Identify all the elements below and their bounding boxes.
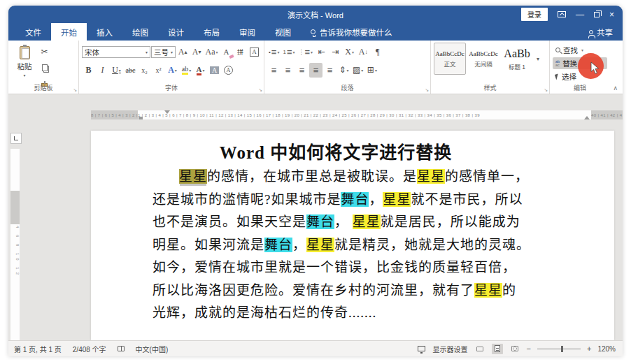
tab-开始[interactable]: 开始 xyxy=(51,23,87,41)
italic-button[interactable]: I xyxy=(96,63,109,78)
font-size-combo[interactable]: 三号 ▾ xyxy=(151,46,176,58)
proofing-icon[interactable] xyxy=(118,346,125,351)
strikethrough-button[interactable]: abc xyxy=(124,63,137,78)
show-formatting-marks-button[interactable]: ¶ xyxy=(371,45,384,59)
dialog-launcher-icon[interactable]: ↘ xyxy=(544,87,548,93)
cursor-arrow-icon xyxy=(555,73,560,80)
vertical-ruler[interactable]: 2 4 6 8 10 12 xyxy=(10,149,20,340)
zoom-out-button[interactable]: − xyxy=(527,344,531,353)
style-heading1[interactable]: AaBb 标题 1 xyxy=(501,43,533,75)
character-shading-button[interactable]: A xyxy=(208,63,221,78)
dialog-launcher-icon[interactable]: ↘ xyxy=(425,87,429,93)
asian-layout-button[interactable]: X▾ xyxy=(343,45,356,59)
clear-formatting-button[interactable]: A xyxy=(220,45,233,59)
highlight-cyan: 舞台 xyxy=(264,238,292,252)
decrease-indent-button[interactable]: ⇤ xyxy=(315,45,328,59)
right-indent-marker[interactable] xyxy=(584,116,590,119)
first-line-indent-marker[interactable] xyxy=(164,110,170,114)
tab-设计[interactable]: 设计 xyxy=(158,23,194,41)
collapse-ribbon-icon[interactable]: ∧ xyxy=(613,85,618,92)
dialog-launcher-icon[interactable]: ↘ xyxy=(73,87,77,93)
document-line: 还是城市的滥情呢?如果城市是舞台，星星就不是市民，所以 xyxy=(153,189,519,212)
document-page[interactable]: Word 中如何将文字进行替换 星星的感情，在城市里总是被耽误。是星星的感情单一… xyxy=(91,131,614,340)
superscript-button[interactable]: x² xyxy=(152,63,165,78)
font-group-label: 字体 xyxy=(79,83,264,92)
styles-group-label: 样式 xyxy=(431,83,549,92)
close-button[interactable]: × xyxy=(609,10,614,19)
tab-布局[interactable]: 布局 xyxy=(194,23,229,41)
zoom-level[interactable]: 120% xyxy=(597,345,616,353)
display-settings-button[interactable]: 显示器设置 xyxy=(433,344,468,354)
chevron-down-icon: ▾ xyxy=(23,73,25,78)
change-case-button[interactable]: Aa▾ xyxy=(204,45,219,59)
enclose-characters-button[interactable]: A xyxy=(222,63,235,78)
bullets-button[interactable]: •≡▾ xyxy=(267,45,281,59)
chevron-down-icon: ▾ xyxy=(171,50,173,54)
sign-in-button[interactable]: 登录 xyxy=(521,8,548,21)
phonetic-guide-button[interactable]: 拼 xyxy=(234,45,247,59)
increase-indent-button[interactable]: ⇥ xyxy=(329,45,342,59)
find-button[interactable]: 查找 ▾ xyxy=(553,44,607,56)
tab-审阅[interactable]: 审阅 xyxy=(229,23,265,41)
tab-视图[interactable]: 视图 xyxy=(265,23,301,41)
ribbon-group-styles: AaBbCcDc 正文 AaBbCcDc 无间隔 AaBb 标题 1 ▾ 样式 … xyxy=(431,41,550,94)
style-no-spacing[interactable]: AaBbCcDc 无间隔 xyxy=(467,43,499,75)
underline-button[interactable]: U▾ xyxy=(110,63,123,78)
document-area: 8 | 7 | 6 | 5 | 4 | 3 | 2 | 1 | 1 | 2 | … xyxy=(8,94,623,340)
shrink-font-button[interactable]: A▾ xyxy=(190,45,204,59)
restore-button[interactable] xyxy=(594,12,600,17)
horizontal-ruler[interactable]: 8 | 7 | 6 | 5 | 4 | 3 | 2 | 1 | 1 | 2 | … xyxy=(91,110,623,119)
bold-button[interactable]: B xyxy=(82,63,95,78)
ribbon-display-options-icon[interactable] xyxy=(558,11,566,17)
ribbon-group-paragraph: •≡▾ 1≡▾ ⋮≡▾ ⇤ ⇥ X▾ A↓ ¶ ≡ ≡ ≡ ≡ ≡ ⇕▾ ▨▾ … xyxy=(264,41,431,94)
zoom-slider-thumb[interactable] xyxy=(561,346,563,352)
highlight-color-button[interactable]: ab▾ xyxy=(180,63,193,78)
tab-文件[interactable]: 文件 xyxy=(15,23,51,41)
zoom-slider[interactable] xyxy=(537,349,581,349)
font-color-button[interactable]: A▾ xyxy=(194,63,207,78)
copy-button[interactable] xyxy=(38,60,51,75)
font-name-combo[interactable]: 宋体 ▾ xyxy=(82,46,150,58)
clipboard-group-label: 剪贴板 xyxy=(8,83,78,92)
styles-gallery-more-button[interactable]: ▾ xyxy=(534,56,541,62)
word-count[interactable]: 2/408 个字 xyxy=(73,344,106,354)
justify-button[interactable]: ≡ xyxy=(309,63,322,78)
numbering-button[interactable]: 1≡▾ xyxy=(281,45,296,59)
shading-button[interactable]: ▨▾ xyxy=(351,63,364,78)
align-right-button[interactable]: ≡ xyxy=(295,63,309,78)
distributed-button[interactable]: ≡ xyxy=(323,63,336,78)
hanging-indent-marker[interactable] xyxy=(139,117,143,119)
replace-icon: abac xyxy=(555,60,560,66)
multilevel-list-button[interactable]: ⋮≡▾ xyxy=(297,45,314,59)
language-indicator[interactable]: 中文(中国) xyxy=(136,344,169,354)
tab-插入[interactable]: 插入 xyxy=(87,23,122,41)
paste-label: 粘贴 xyxy=(17,61,32,71)
tab-stop-selector[interactable] xyxy=(10,133,22,144)
web-layout-icon xyxy=(511,346,518,351)
zoom-in-button[interactable]: + xyxy=(587,344,591,353)
borders-button[interactable]: ⊞▾ xyxy=(365,63,378,78)
sort-button[interactable]: A↓ xyxy=(357,45,370,59)
tell-me-box[interactable]: 告诉我你想要做什么 xyxy=(301,23,402,41)
dialog-launcher-icon[interactable]: ↘ xyxy=(258,87,262,93)
highlight-yellow: 星星 xyxy=(474,283,502,298)
align-center-button[interactable]: ≡ xyxy=(281,63,295,78)
paste-button[interactable]: 粘贴 ▾ xyxy=(11,43,38,81)
subscript-button[interactable]: x₂ xyxy=(138,63,151,78)
line-spacing-button[interactable]: ⇕▾ xyxy=(337,63,350,78)
cut-button[interactable]: ✂ xyxy=(38,44,51,59)
web-layout-button[interactable] xyxy=(509,344,520,354)
tab-绘图[interactable]: 绘图 xyxy=(122,23,158,41)
font-size-value: 三号 xyxy=(154,47,169,57)
character-border-button[interactable]: A xyxy=(248,45,261,59)
style-normal[interactable]: AaBbCcDc 正文 xyxy=(434,43,466,75)
share-button[interactable]: 共享 xyxy=(589,23,623,41)
text-effects-button[interactable]: A▾ xyxy=(166,63,179,78)
editing-group-label: 编辑 xyxy=(550,83,610,92)
align-left-button[interactable]: ≡ xyxy=(267,63,281,78)
print-layout-button[interactable] xyxy=(492,344,503,354)
page-indicator[interactable]: 第 1 页, 共 1 页 xyxy=(14,344,62,354)
grow-font-button[interactable]: A▴ xyxy=(176,45,190,59)
read-mode-button[interactable] xyxy=(474,344,485,354)
minimize-button[interactable]: — xyxy=(576,10,584,19)
